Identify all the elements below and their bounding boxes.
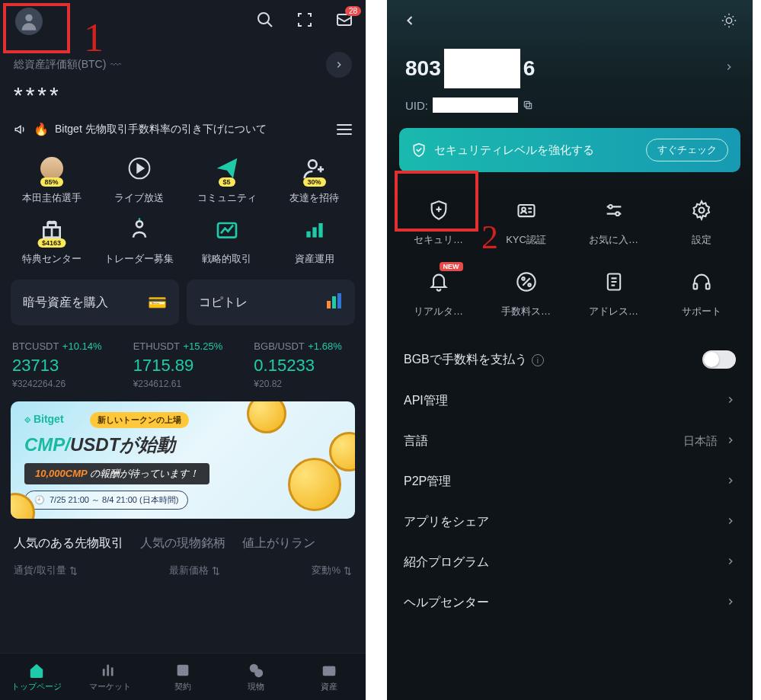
sort-pair[interactable]: 通貨/取引量 ⇅: [14, 564, 78, 577]
grid-fees[interactable]: 手数料ス…: [482, 267, 570, 318]
percent-icon: [511, 267, 542, 297]
svg-rect-10: [312, 227, 316, 237]
svg-rect-24: [526, 104, 532, 109]
grid-support[interactable]: サポート: [657, 267, 745, 318]
eye-hidden-icon[interactable]: 〰: [110, 59, 121, 71]
bell-icon: NEW: [424, 267, 454, 297]
user-icon: [18, 11, 40, 32]
grid-realtime[interactable]: NEW リアルタ…: [395, 267, 482, 318]
address-book-icon: [599, 267, 629, 297]
copytrade-bars-icon: [325, 292, 343, 313]
buy-crypto-button[interactable]: 暗号資産を購入 💳: [11, 280, 179, 325]
security-banner[interactable]: セキュリティレベルを強化する すぐチェック: [399, 128, 740, 172]
theme-toggle-button[interactable]: [721, 12, 737, 32]
security-check-button[interactable]: すぐチェック: [646, 139, 728, 161]
setting-bgb-fees[interactable]: BGBで手数料を支払うi: [387, 338, 753, 381]
back-button[interactable]: [402, 13, 417, 31]
news-menu-button[interactable]: [337, 124, 352, 135]
redacted-box: [444, 49, 520, 88]
shield-plus-icon: [424, 195, 454, 225]
nav-assets[interactable]: 資産: [293, 654, 366, 700]
sort-price[interactable]: 最新価格 ⇅: [169, 564, 220, 577]
svg-point-28: [609, 205, 612, 209]
copytrade-button[interactable]: コピトレ: [187, 280, 355, 325]
profile-grid: セキュリ… KYC認証 お気に入… 設定 NEW リアルタ… 手数料ス… ア: [387, 186, 753, 334]
bottom-nav: トップページ マーケット 契約 現物 資産: [0, 653, 366, 700]
setting-share[interactable]: アプリをシェア: [387, 502, 753, 542]
promo-banner[interactable]: ⟐ Bitget 新しいトークンの上場 CMP/USDTが始動 10,000CM…: [11, 401, 355, 519]
nav-home[interactable]: トップページ: [0, 654, 73, 700]
grid-earn[interactable]: 資産運用: [270, 213, 358, 266]
setting-p2p[interactable]: P2P管理: [387, 462, 753, 502]
bgb-toggle[interactable]: [702, 350, 736, 369]
clock-icon: 🕘: [34, 495, 45, 505]
chevron-right-icon: [725, 596, 736, 610]
tab-futures[interactable]: 人気のある先物取引: [14, 535, 123, 551]
headset-icon: [686, 267, 717, 297]
scan-button[interactable]: [296, 11, 314, 32]
avatar-icon: 85%: [35, 152, 69, 185]
grid-trader[interactable]: トレーダー募集: [95, 213, 183, 266]
chevron-right-icon: [725, 395, 736, 408]
balance-label: 総資産評価額(BTC) 〰: [14, 58, 121, 72]
sort-icon: ⇅: [212, 565, 220, 577]
trader-icon: [123, 213, 156, 246]
svg-rect-9: [306, 232, 310, 238]
news-ticker[interactable]: 🔥 Bitget 先物取引手数料率の引き下げについて: [14, 122, 267, 136]
grid-invite[interactable]: 30% 友達を招待: [270, 152, 358, 205]
grid-settings[interactable]: 設定: [657, 195, 745, 247]
balance-value: ****: [0, 81, 366, 116]
nav-futures[interactable]: 契約: [146, 654, 219, 700]
grid-rewards[interactable]: $4163 特典センター: [8, 213, 95, 266]
ticker-btc[interactable]: BTCUSDT +10.14% 23713 ¥3242264.26: [12, 339, 112, 389]
avatar-button[interactable]: [15, 8, 43, 35]
chevron-right-icon: [725, 516, 736, 529]
phone-number: 8036: [405, 49, 535, 88]
svg-point-23: [726, 18, 731, 23]
ticker-bgb[interactable]: BGB/USDT +1.68% 0.15233 ¥20.82: [254, 339, 353, 389]
megaphone-icon: [14, 123, 27, 136]
ticker-row: BTCUSDT +10.14% 23713 ¥3242264.26 ETHUSD…: [0, 334, 366, 398]
grid-address[interactable]: アドレス…: [570, 267, 657, 318]
tab-gainers[interactable]: 値上がりラン: [242, 535, 315, 551]
chevron-right-icon: [725, 475, 736, 489]
grid-strategy[interactable]: 戦略的取引: [183, 213, 270, 266]
profile-header[interactable]: 8036: [387, 44, 753, 94]
ticker-eth[interactable]: ETHUSDT +15.25% 1715.89 ¥234612.61: [133, 339, 233, 389]
copy-icon[interactable]: [523, 100, 533, 110]
inbox-button[interactable]: 28: [335, 11, 353, 32]
grid-community[interactable]: $5 コミュニティ: [183, 152, 270, 205]
svg-rect-25: [524, 101, 529, 107]
svg-rect-11: [318, 223, 322, 238]
grid-favorites[interactable]: お気に入…: [570, 195, 657, 247]
search-button[interactable]: [256, 11, 274, 32]
tab-spot[interactable]: 人気の現物銘柄: [140, 535, 225, 551]
coin-icon: [247, 401, 286, 433]
svg-rect-22: [331, 670, 336, 673]
id-card-icon: [511, 195, 542, 225]
info-icon[interactable]: i: [532, 354, 544, 366]
svg-rect-12: [327, 301, 331, 308]
gift-icon: $4163: [35, 213, 69, 246]
nav-market[interactable]: マーケット: [73, 654, 146, 700]
annotation-label-2: 2: [481, 218, 498, 257]
svg-rect-2: [337, 14, 351, 25]
balance-detail-button[interactable]: [326, 52, 352, 78]
setting-language[interactable]: 言語 日本語: [387, 421, 753, 462]
setting-api[interactable]: API管理: [387, 381, 753, 421]
shield-check-icon: [411, 142, 427, 158]
sort-change[interactable]: 変動% ⇅: [312, 564, 352, 577]
bars-icon: [298, 213, 331, 246]
grid-live[interactable]: ライブ放送: [95, 152, 183, 205]
new-badge: NEW: [440, 262, 463, 271]
nav-spot[interactable]: 現物: [219, 654, 293, 700]
banner-logo: ⟐ Bitget: [24, 413, 64, 425]
setting-help[interactable]: ヘルプセンター: [387, 583, 753, 623]
setting-referral[interactable]: 紹介プログラム: [387, 542, 753, 583]
chevron-right-icon: [724, 62, 734, 75]
grid-honda[interactable]: 85% 本田圭佑選手: [8, 152, 95, 205]
svg-point-20: [254, 669, 263, 677]
profile-screen: 2 8036 UID: セキュリティレベルを強化する すぐチェック セキュリ… …: [387, 0, 753, 700]
svg-rect-35: [693, 283, 697, 289]
chevron-right-icon: [725, 435, 736, 448]
